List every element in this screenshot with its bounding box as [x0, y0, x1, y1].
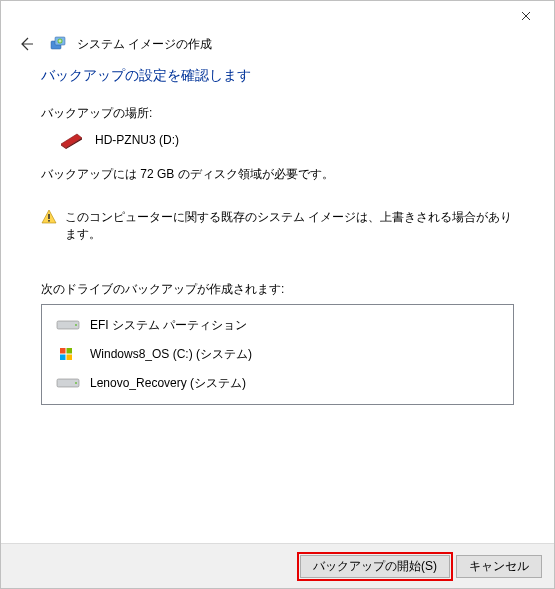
warning-icon [41, 209, 57, 225]
start-backup-button[interactable]: バックアップの開始(S) [300, 555, 450, 578]
hdd-icon [56, 375, 80, 391]
disk-requirement: バックアップには 72 GB のディスク領域が必要です。 [41, 166, 514, 183]
warning-text: このコンピューターに関する既存のシステム イメージは、上書きされる場合があります… [65, 209, 514, 243]
svg-rect-4 [48, 220, 50, 222]
arrow-left-icon [18, 36, 34, 52]
page-heading: バックアップの設定を確認します [41, 67, 514, 85]
wizard-icon [49, 35, 67, 53]
svg-rect-9 [60, 355, 66, 361]
svg-rect-3 [48, 214, 50, 219]
drives-label: 次のドライブのバックアップが作成されます: [41, 281, 514, 298]
drive-name: Windows8_OS (C:) (システム) [90, 346, 252, 363]
drives-list: EFI システム パーティション Windows8_OS (C:) (システム) [41, 304, 514, 405]
back-button[interactable] [17, 35, 35, 53]
external-drive-icon [57, 130, 85, 150]
list-item: Lenovo_Recovery (システム) [42, 369, 513, 398]
location-row: HD-PZNU3 (D:) [41, 130, 514, 150]
close-icon [521, 11, 531, 21]
windows-icon [56, 346, 80, 362]
titlebar [1, 1, 554, 29]
svg-point-12 [75, 382, 77, 384]
svg-rect-7 [60, 348, 66, 354]
list-item: EFI システム パーティション [42, 311, 513, 340]
svg-point-6 [75, 324, 77, 326]
cancel-button[interactable]: キャンセル [456, 555, 542, 578]
footer: バックアップの開始(S) キャンセル [1, 543, 554, 588]
window-title: システム イメージの作成 [77, 36, 212, 53]
content: バックアップの設定を確認します バックアップの場所: HD-PZNU3 (D:)… [1, 67, 554, 405]
list-item: Windows8_OS (C:) (システム) [42, 340, 513, 369]
drive-name: EFI システム パーティション [90, 317, 247, 334]
hdd-icon [56, 317, 80, 333]
location-name: HD-PZNU3 (D:) [95, 133, 179, 147]
close-button[interactable] [506, 5, 546, 27]
warning-row: このコンピューターに関する既存のシステム イメージは、上書きされる場合があります… [41, 209, 514, 243]
drive-name: Lenovo_Recovery (システム) [90, 375, 246, 392]
svg-rect-10 [67, 355, 73, 361]
location-label: バックアップの場所: [41, 105, 514, 122]
svg-rect-8 [67, 348, 73, 354]
header: システム イメージの作成 [1, 29, 554, 67]
